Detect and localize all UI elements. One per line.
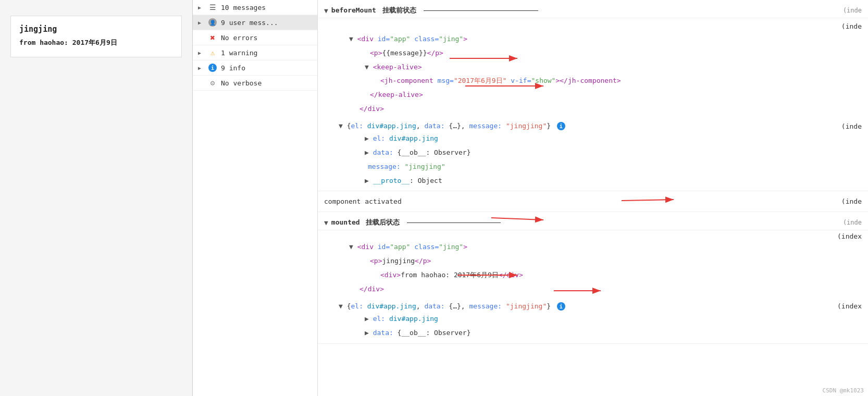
left-panel: jingjing from haohao: 2017年6月9日 bbox=[0, 0, 193, 396]
header-left: ▼ beforeMount 挂载前状态 bbox=[324, 6, 538, 15]
before-mount-link[interactable]: (inde bbox=[843, 7, 862, 14]
info-badge2: i bbox=[557, 302, 565, 311]
errors-label: No errors bbox=[221, 34, 257, 42]
mounted-prop-data: ▶ data: {__ob__: Observer} bbox=[318, 326, 868, 340]
mounted-object-link[interactable]: (index bbox=[837, 302, 862, 310]
user-icon: 👤 bbox=[208, 18, 217, 27]
messages-item[interactable]: ▶ ☰ 10 messages bbox=[193, 0, 317, 15]
mounted-prop-el: ▶ el: div#app.jing bbox=[318, 312, 868, 326]
collapse-arrow[interactable]: ▼ bbox=[324, 219, 328, 227]
messages-label: 10 messages bbox=[221, 4, 266, 11]
app-preview: jingjing from haohao: 2017年6月9日 bbox=[10, 16, 182, 57]
component-activated-section: component activated (inde bbox=[318, 191, 868, 212]
app-subtitle: from haohao: 2017年6月9日 bbox=[19, 38, 173, 47]
errors-item[interactable]: ▶ ✖ No errors bbox=[193, 30, 317, 45]
prop-message: message: "jingjing" bbox=[318, 160, 868, 174]
mounted-div-haohao: <div>from haohao: 2017年6月9日</div> bbox=[318, 268, 868, 282]
mounted-p: <p>jingjing</p> bbox=[318, 254, 868, 268]
info-badge: i bbox=[557, 122, 565, 130]
warning-icon: ⚠ bbox=[208, 48, 217, 57]
info-icon: i bbox=[208, 64, 217, 72]
before-mount-title: beforeMount 挂载前状态 bbox=[331, 6, 538, 15]
info-label: 9 info bbox=[221, 64, 245, 72]
code-line-p-message: <p>{{message}}</p> bbox=[318, 46, 868, 60]
warnings-item[interactable]: ▶ ⚠ 1 warning bbox=[193, 45, 317, 60]
list-icon: ☰ bbox=[208, 3, 217, 11]
before-mount-section: ▼ beforeMount 挂载前状态 (inde (inde ▼ <div i… bbox=[318, 0, 868, 191]
activated-row: component activated (inde bbox=[318, 194, 868, 208]
mounted-link[interactable]: (inde bbox=[843, 219, 862, 226]
subtitle-label: from haohao: bbox=[19, 39, 68, 46]
warnings-label: 1 warning bbox=[221, 49, 257, 57]
app-title: jingjing bbox=[19, 24, 173, 34]
expand-icon: ▶ bbox=[198, 50, 204, 56]
mounted-header: ▼ mounted 挂载后状态 (inde bbox=[318, 215, 868, 230]
verbose-icon: ⚙ bbox=[208, 79, 217, 87]
expand-icon: ▶ bbox=[198, 20, 204, 26]
object-link[interactable]: (inde bbox=[841, 122, 862, 130]
error-icon: ✖ bbox=[208, 33, 217, 42]
verbose-item[interactable]: ▶ ⚙ No verbose bbox=[193, 76, 317, 91]
user-messages-label: 9 user mess... bbox=[221, 19, 278, 27]
mounted-section: ▼ mounted 挂载后状态 (inde (index ▼ <div id="… bbox=[318, 212, 868, 343]
mounted-link2[interactable]: (index bbox=[837, 232, 862, 240]
mounted-div-close: </div> bbox=[318, 282, 868, 296]
code-line-keep-alive-open: ▼ <keep-alive> bbox=[318, 60, 868, 75]
subtitle-date: 2017年6月9日 bbox=[72, 39, 117, 46]
console-panel: ▶ ☰ 10 messages ▶ 👤 9 user mess... ▶ ✖ N… bbox=[193, 0, 318, 396]
user-messages-item[interactable]: ▶ 👤 9 user mess... bbox=[193, 15, 317, 30]
activated-link[interactable]: (inde bbox=[841, 197, 862, 205]
code-line-keep-alive-close: </keep-alive> bbox=[318, 88, 868, 102]
before-mount-header: ▼ beforeMount 挂载前状态 (inde bbox=[318, 3, 868, 18]
verbose-label: No verbose bbox=[221, 79, 262, 87]
code-line-div-open: ▼ <div id="app" class="jing"> bbox=[318, 32, 868, 46]
code-line-jh-component: <jh-component msg="2017年6月9日" v-if="show… bbox=[318, 74, 868, 88]
expand-icon: ▶ bbox=[198, 65, 204, 71]
code-view-panel: ▼ beforeMount 挂载前状态 (inde (inde ▼ <div i… bbox=[318, 0, 868, 396]
prop-proto: ▶ __proto__: Object bbox=[318, 174, 868, 188]
prop-data: ▶ data: {__ob__: Observer} bbox=[318, 146, 868, 160]
activated-text: component activated bbox=[324, 197, 402, 205]
before-mount-object-row: ▼ {el: div#app.jing, data: {…}, message:… bbox=[318, 120, 868, 132]
code-line-div-close: </div> bbox=[318, 102, 868, 116]
mounted-object-row: ▼ {el: div#app.jing, data: {…}, message:… bbox=[318, 301, 868, 313]
collapse-arrow[interactable]: ▼ bbox=[324, 7, 328, 15]
prop-el: ▶ el: div#app.jing bbox=[318, 132, 868, 146]
copyright-text: CSDN @mk1023 bbox=[823, 387, 864, 394]
mounted-div-open: ▼ <div id="app" class="jing"> bbox=[318, 240, 868, 254]
info-item[interactable]: ▶ i 9 info bbox=[193, 60, 317, 76]
expand-icon: ▶ bbox=[198, 5, 204, 10]
before-mount-link2[interactable]: (inde bbox=[841, 22, 862, 30]
